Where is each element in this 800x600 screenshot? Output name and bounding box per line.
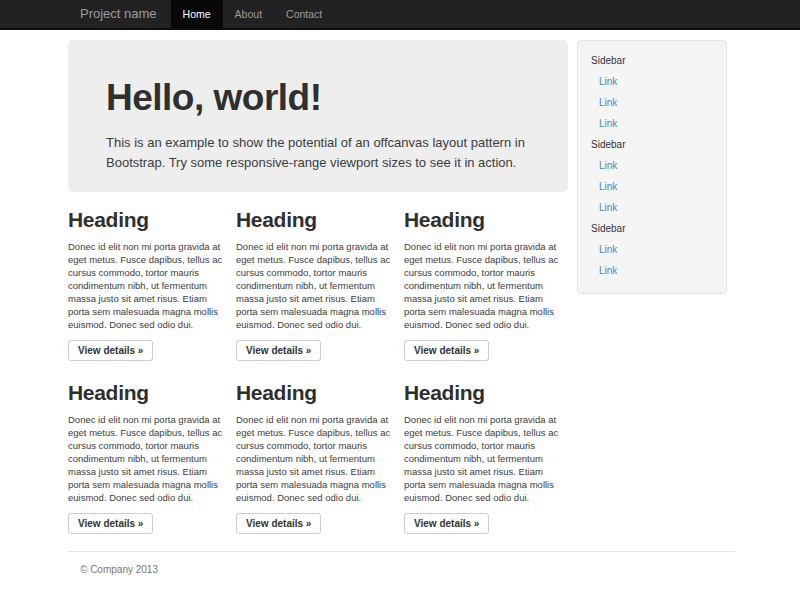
article-card: Heading Donec id elit non mi porta gravi… xyxy=(68,381,231,534)
page-container: Hello, world! This is an example to show… xyxy=(68,40,735,534)
sidebar-group: Sidebar Link Link xyxy=(590,218,714,281)
sidebar-link[interactable]: Link xyxy=(590,260,714,281)
footer-divider xyxy=(68,551,735,552)
footer: © Company 2013 xyxy=(68,551,735,575)
article-card: Heading Donec id elit non mi porta gravi… xyxy=(236,208,399,361)
sidebar-link[interactable]: Link xyxy=(590,197,714,218)
article-heading: Heading xyxy=(68,381,231,405)
sidebar-link[interactable]: Link xyxy=(590,176,714,197)
article-card: Heading Donec id elit non mi porta gravi… xyxy=(404,208,567,361)
article-body: Donec id elit non mi porta gravida at eg… xyxy=(236,413,399,504)
view-details-button[interactable]: View details » xyxy=(68,513,153,534)
sidebar-link[interactable]: Link xyxy=(590,92,714,113)
article-body: Donec id elit non mi porta gravida at eg… xyxy=(404,413,567,504)
sidebar-link[interactable]: Link xyxy=(590,113,714,134)
sidebar-link[interactable]: Link xyxy=(590,239,714,260)
sidebar-link[interactable]: Link xyxy=(590,155,714,176)
copyright-text: © Company 2013 xyxy=(80,564,735,575)
main-content: Hello, world! This is an example to show… xyxy=(68,40,568,534)
article-heading: Heading xyxy=(236,208,399,232)
jumbotron-description: This is an example to show the potential… xyxy=(106,133,564,175)
view-details-button[interactable]: View details » xyxy=(236,513,321,534)
article-body: Donec id elit non mi porta gravida at eg… xyxy=(236,240,399,331)
sidebar-group: Sidebar Link Link Link xyxy=(590,50,714,134)
article-card: Heading Donec id elit non mi porta gravi… xyxy=(236,381,399,534)
article-card: Heading Donec id elit non mi porta gravi… xyxy=(404,381,567,534)
jumbotron-title: Hello, world! xyxy=(106,78,530,119)
sidebar-link[interactable]: Link xyxy=(590,71,714,92)
view-details-button[interactable]: View details » xyxy=(404,513,489,534)
article-card: Heading Donec id elit non mi porta gravi… xyxy=(68,208,231,361)
article-heading: Heading xyxy=(236,381,399,405)
nav-item-contact[interactable]: Contact xyxy=(274,0,334,28)
view-details-button[interactable]: View details » xyxy=(236,340,321,361)
article-heading: Heading xyxy=(68,208,231,232)
sidebar-panel: Sidebar Link Link Link Sidebar Link Link… xyxy=(577,40,727,294)
sidebar-group: Sidebar Link Link Link xyxy=(590,134,714,218)
view-details-button[interactable]: View details » xyxy=(68,340,153,361)
article-body: Donec id elit non mi porta gravida at eg… xyxy=(68,413,231,504)
navbar: Project name Home About Contact xyxy=(0,0,800,30)
navbar-brand[interactable]: Project name xyxy=(66,0,171,28)
sidebar-group-title: Sidebar xyxy=(590,134,714,155)
nav-item-about[interactable]: About xyxy=(223,0,274,28)
jumbotron: Hello, world! This is an example to show… xyxy=(68,40,568,192)
sidebar-group-title: Sidebar xyxy=(590,50,714,71)
view-details-button[interactable]: View details » xyxy=(404,340,489,361)
article-heading: Heading xyxy=(404,208,567,232)
nav-item-home[interactable]: Home xyxy=(171,0,223,28)
article-body: Donec id elit non mi porta gravida at eg… xyxy=(68,240,231,331)
article-heading: Heading xyxy=(404,381,567,405)
sidebar-group-title: Sidebar xyxy=(590,218,714,239)
article-body: Donec id elit non mi porta gravida at eg… xyxy=(404,240,567,331)
article-grid: Heading Donec id elit non mi porta gravi… xyxy=(68,208,568,534)
